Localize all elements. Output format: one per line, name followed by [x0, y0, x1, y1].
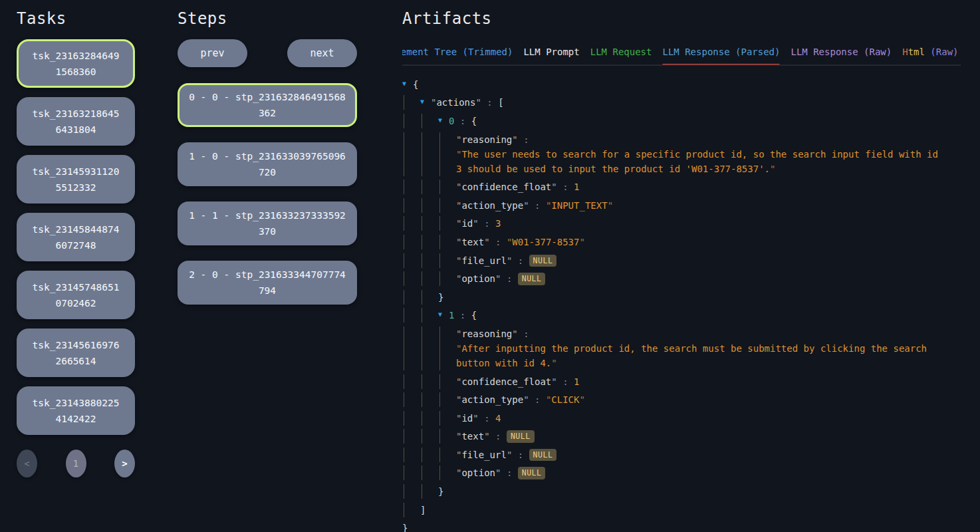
tasks-title: Tasks — [17, 9, 135, 28]
task-button[interactable]: tsk_231456169762665614 — [17, 329, 135, 377]
json-row-content: "confidence_float" : 1 — [456, 374, 579, 389]
json-row: "action_type" : "INPUT_TEXT" — [402, 196, 961, 215]
steps-next-button[interactable]: next — [287, 39, 357, 67]
indent-guide — [438, 235, 456, 249]
task-button[interactable]: tsk_231632846491568360 — [17, 39, 135, 88]
task-button[interactable]: tsk_231457486510702462 — [17, 271, 135, 319]
task-button[interactable]: tsk_231459311205512332 — [17, 155, 135, 203]
indent-guide — [402, 392, 420, 407]
json-row: "text" : NULL — [402, 428, 961, 446]
indent-guide — [420, 448, 438, 462]
json-row: "file_url" : NULL — [402, 446, 961, 464]
indent-guide — [420, 466, 438, 480]
indent-guide — [420, 235, 438, 249]
indent-guide — [438, 216, 456, 231]
indent-guide — [402, 503, 420, 517]
task-button[interactable]: tsk_231458448746072748 — [17, 213, 135, 261]
steps-prev-button[interactable]: prev — [178, 39, 247, 67]
step-button[interactable]: 1 - 1 - stp_231633237333592370 — [178, 201, 357, 245]
indent-guide — [420, 341, 438, 370]
step-button[interactable]: 2 - 0 - stp_231633344707774794 — [178, 261, 357, 305]
indent-guide — [402, 327, 420, 341]
artifacts-title: Artifacts — [402, 9, 961, 28]
artifacts-tabs: Element Tree (Trimmed)LLM PromptLLM Requ… — [402, 45, 961, 66]
indent-guide — [438, 198, 456, 213]
json-row: ▼0 : { — [402, 112, 961, 130]
indent-guide — [402, 253, 420, 268]
pagination-next-button[interactable]: > — [114, 450, 135, 477]
tasks-pagination: < 1 > — [17, 450, 135, 477]
pagination-prev-button[interactable]: < — [17, 450, 37, 477]
null-badge: NULL — [507, 430, 535, 443]
collapse-arrow-icon[interactable]: ▼ — [438, 113, 449, 128]
task-button[interactable]: tsk_231632186456431804 — [17, 97, 135, 146]
indent-guide — [438, 132, 456, 147]
json-row: "reasoning" : — [402, 325, 961, 341]
indent-guide — [402, 114, 420, 128]
steps-nav: prev next — [178, 39, 357, 67]
indent-guide — [402, 95, 420, 110]
indent-guide — [402, 308, 420, 323]
tab-html-raw[interactable]: Html (Raw) — [902, 45, 958, 65]
json-row-content: { — [413, 77, 418, 92]
indent-guide — [402, 271, 420, 286]
indent-guide — [402, 180, 420, 194]
json-row-content: "The user needs to search for a specific… — [456, 147, 941, 176]
pagination-page-button[interactable]: 1 — [66, 450, 86, 477]
indent-guide — [402, 235, 420, 249]
null-badge: NULL — [529, 449, 557, 462]
json-tree: ▼{▼"actions" : [▼0 : {"reasoning" : "The… — [402, 75, 961, 532]
json-row: } — [402, 519, 961, 532]
json-row-content: "text" : NULL — [456, 429, 535, 444]
indent-guide — [402, 411, 420, 426]
indent-guide — [438, 392, 456, 407]
json-row-content: } — [438, 484, 443, 499]
tab-llm-prompt[interactable]: LLM Prompt — [523, 45, 579, 65]
indent-guide — [438, 341, 456, 370]
indent-guide — [438, 327, 456, 341]
indent-guide — [438, 147, 456, 176]
collapse-arrow-icon[interactable]: ▼ — [438, 307, 449, 322]
json-row: "id" : 4 — [402, 409, 961, 428]
json-row: "id" : 3 — [402, 215, 961, 233]
indent-guide — [420, 132, 438, 147]
json-row: ▼1 : { — [402, 307, 961, 325]
tasks-panel: Tasks tsk_231632846491568360tsk_23163218… — [17, 9, 135, 477]
json-row: "The user needs to search for a specific… — [402, 147, 961, 178]
indent-guide — [438, 429, 456, 444]
step-button[interactable]: 0 - 0 - stp_231632846491568362 — [178, 83, 357, 127]
json-row: "text" : "W01-377-8537" — [402, 233, 961, 251]
indent-guide — [402, 132, 420, 147]
json-row: ] — [402, 501, 961, 519]
tab-label-part: tml — [908, 47, 925, 57]
steps-panel: Steps prev next 0 - 0 - stp_231632846491… — [178, 9, 358, 305]
artifacts-panel: Artifacts Element Tree (Trimmed)LLM Prom… — [402, 9, 961, 532]
indent-guide — [402, 484, 420, 499]
json-row-content: "reasoning" : — [456, 132, 535, 147]
indent-guide — [420, 253, 438, 268]
collapse-arrow-icon[interactable]: ▼ — [402, 76, 413, 91]
task-button[interactable]: tsk_231438802254142422 — [17, 386, 135, 435]
step-button[interactable]: 1 - 0 - stp_231633039765096720 — [178, 142, 357, 186]
indent-guide — [402, 147, 420, 176]
json-row-content: "file_url" : NULL — [456, 253, 556, 268]
indent-guide — [438, 448, 456, 462]
indent-guide — [420, 327, 438, 341]
json-row-content: "id" : 4 — [456, 411, 501, 426]
null-badge: NULL — [518, 273, 546, 285]
json-row-content: "option" : NULL — [456, 271, 545, 286]
tab-llm-request[interactable]: LLM Request — [590, 45, 652, 65]
collapse-arrow-icon[interactable]: ▼ — [420, 94, 431, 109]
json-row-content: "reasoning" : — [456, 327, 535, 341]
json-row: "option" : NULL — [402, 269, 961, 288]
json-row-content: 0 : { — [449, 114, 477, 128]
tab-element-tree-trimmed[interactable]: Element Tree (Trimmed) — [402, 45, 513, 65]
tab-llm-response-parsed[interactable]: LLM Response (Parsed) — [662, 45, 780, 65]
indent-guide — [420, 147, 438, 176]
json-row: "confidence_float" : 1 — [402, 372, 961, 391]
indent-guide — [420, 392, 438, 407]
tab-llm-response-raw[interactable]: LLM Response (Raw) — [791, 45, 892, 65]
indent-guide — [438, 374, 456, 389]
json-row: "file_url" : NULL — [402, 251, 961, 270]
json-row-content: 1 : { — [449, 308, 477, 323]
